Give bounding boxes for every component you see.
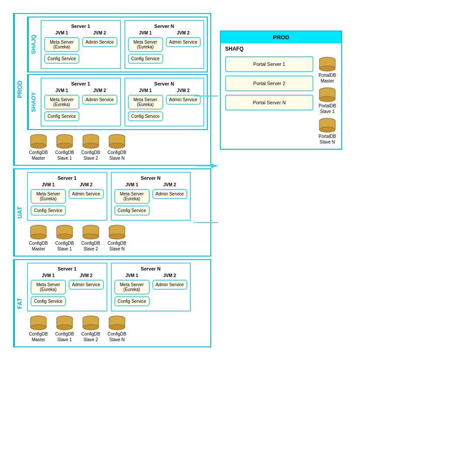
shajq-server1-jvm2-col: JVM 2 Admin Service [82,31,117,64]
portal-server-2: Portal Server 2 [225,75,313,91]
shaoy-inner: Server 1 JVM 1 Meta Server(Eureka) Confi… [38,75,207,129]
shajq-server1-title: Server 1 [44,24,117,29]
right-column: PROD SHAFQ Portal Server 1 Portal Server… [220,31,342,150]
svg-point-42 [31,325,46,330]
uat-serverN: Server N JVM 1 Meta Server(Eureka) Confi… [111,172,191,221]
uat-servers-row: Server 1 JVM 1 Meta Server(Eureka) Confi… [27,172,191,221]
fat-inner: Server 1 JVM 1 Meta Server(Eureka) Confi… [24,260,193,346]
prod-env: PROD SHAJQ Server 1 [13,13,211,166]
db-icon [29,134,48,149]
admin-service-box-sN: Admin Service [166,37,201,47]
svg-point-27 [57,234,72,239]
svg-point-7 [57,143,72,148]
jvm2-label-sN: JVM 2 [166,31,201,35]
uat-label: UAT [14,169,24,256]
meta-server-box: Meta Server(Eureka) [44,37,79,52]
jvm1-label: JVM 1 [44,31,79,35]
portal-db-slaveN: PortalDB Slave N [318,117,337,144]
shaoy-server1: Server 1 JVM 1 Meta Server(Eureka) Confi… [41,78,121,127]
arrows-svg [194,65,220,240]
meta-server-box-sN: Meta Server(Eureka) [128,37,163,52]
svg-point-77 [319,127,335,132]
shajq-server1-jvm-row: JVM 1 Meta Server(Eureka) Config Service… [44,31,117,64]
shajq-server1: Server 1 JVM 1 Meta Server(Eureka) Confi… [41,20,121,69]
prod-configdb-slave1: ConfigDB Slave 1 [55,134,74,161]
portal-server-N: Portal Server N [225,95,313,110]
svg-point-57 [109,325,125,330]
portal-servers-column: Portal Server 1 Portal Server 2 Portal S… [225,56,313,144]
uat-db-row: ConfigDB Master ConfigDB Slave 1 [27,223,191,253]
svg-point-47 [57,325,72,330]
shaoy-label: SHAOY [28,75,38,129]
shajq-serverN-title: Server N [128,24,201,29]
fat-servers-row: Server 1 JVM 1 Meta Server(Eureka) Confi… [27,263,191,312]
shajq-inner: Server 1 JVM 1 Meta Server(Eureka) Confi… [38,17,207,72]
portal-db-master: PortalDB Master [318,56,337,83]
prod-inner: SHAJQ Server 1 JVM 1 Meta Server(Eureka) [24,14,210,165]
shaoy-s1-jvm-row: JVM 1 Meta Server(Eureka) Config Service… [44,88,117,121]
prod-label: PROD [14,14,24,165]
portal-server-1: Portal Server 1 [225,56,313,72]
shaoy-env: SHAOY Server 1 JVM 1 Meta Server(Eureka) [27,74,208,130]
shajq-serverN-jvm2-col: JVM 2 Admin Service [166,31,201,64]
shajq-serverN-jvm1-col: JVM 1 Meta Server(Eureka) Config Service [128,31,163,64]
shaoy-s1-title: Server 1 [44,81,117,86]
svg-point-72 [319,96,335,102]
fat-serverN: Server N JVM 1 Meta Server(Eureka) Confi… [111,263,191,312]
config-service-box-sN: Config Service [128,54,163,64]
svg-point-17 [109,143,125,148]
config-service-box: Config Service [44,54,79,64]
uat-server1: Server 1 JVM 1 Meta Server(Eureka) Confi… [27,172,107,221]
admin-service-box: Admin Service [82,37,117,47]
svg-point-32 [83,234,99,239]
jvm1-label-sN: JVM 1 [128,31,163,35]
main-layout: PROD SHAJQ Server 1 [9,9,444,352]
shaoy-sN-jvm-row: JVM 1 Meta Server(Eureka) Config Service… [128,88,201,121]
svg-point-37 [109,234,125,239]
portal-panel-content: Portal Server 1 Portal Server 2 Portal S… [221,54,341,149]
prod-configdb-slaveN: ConfigDB Slave N [107,134,127,161]
svg-point-2 [31,143,46,148]
shaoy-servers-row: Server 1 JVM 1 Meta Server(Eureka) Confi… [41,78,204,127]
fat-server1: Server 1 JVM 1 Meta Server(Eureka) Confi… [27,263,107,312]
db-icon [81,134,100,149]
uat-env: UAT Server 1 JVM 1 Meta Server(Eureka) C… [13,168,211,257]
shajq-env: SHAJQ Server 1 JVM 1 Meta Server(Eureka) [27,17,208,72]
svg-point-52 [83,325,99,330]
portal-panel: PROD SHAFQ Portal Server 1 Portal Server… [220,31,342,150]
shaoy-sN-title: Server N [128,81,201,86]
portal-db-slave1: PortalDB Slave 1 [318,87,337,114]
prod-configdb-slave2: ConfigDB Slave 2 [81,134,100,161]
uat-inner: Server 1 JVM 1 Meta Server(Eureka) Confi… [24,169,193,256]
portal-panel-subtitle: SHAFQ [221,43,341,54]
portal-panel-header: PROD [221,31,341,43]
db-icon [107,134,127,149]
svg-point-12 [83,143,99,148]
shajq-serverN: Server N JVM 1 Meta Server(Eureka) Confi… [124,20,205,69]
jvm2-label: JVM 2 [82,31,117,35]
shajq-label: SHAJQ [28,17,38,72]
shajq-server1-jvm1-col: JVM 1 Meta Server(Eureka) Config Service [44,31,79,64]
svg-point-67 [319,66,335,71]
shajq-servers-row: Server 1 JVM 1 Meta Server(Eureka) Confi… [41,20,204,69]
portal-db-column: PortalDB Master PortalDB Slave 1 [318,56,337,144]
fat-db-row: ConfigDB Master ConfigDB Slave 1 [27,313,191,344]
shaoy-serverN: Server N JVM 1 Meta Server(Eureka) Confi… [124,78,205,127]
shajq-serverN-jvm-row: JVM 1 Meta Server(Eureka) Config Service… [128,31,201,64]
left-column: PROD SHAJQ Server 1 [13,13,211,347]
svg-point-22 [31,234,46,239]
db-icon [55,134,74,149]
prod-db-row: ConfigDB Master ConfigDB Slave 1 [27,132,208,162]
fat-label: FAT [14,260,24,346]
fat-env: FAT Server 1 JVM 1 Meta Server(Eureka) C… [13,259,211,347]
prod-configdb-master: ConfigDB Master [29,134,48,161]
